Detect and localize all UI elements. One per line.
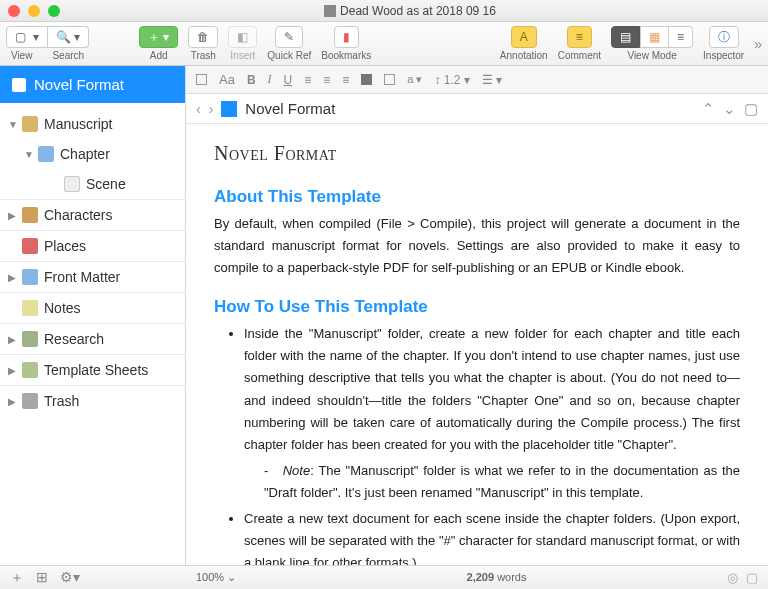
bold-button[interactable]: B [247,73,256,87]
add-button[interactable]: ＋ ▾ [139,26,178,48]
minimize-icon[interactable] [28,5,40,17]
compose-icon[interactable]: ▢ [746,570,758,585]
novel-icon [12,78,26,92]
binder-item-research[interactable]: ▶Research [0,323,185,354]
line-spacing-button[interactable]: ↕ 1.2 ▾ [434,73,469,87]
disclosure-closed-icon: ▶ [8,210,16,221]
title-bar: Dead Wood as at 2018 09 16 [0,0,768,22]
align-center-button[interactable]: ≡ [323,73,330,87]
binder-header[interactable]: Novel Format [0,66,185,103]
add-doc-icon[interactable]: ＋ [10,569,24,587]
binder-item-places[interactable]: Places [0,230,185,261]
main-toolbar: ▢▾ 🔍▾ ViewSearch ＋ ▾Add 🗑Trash ◧Insert ✎… [0,22,768,66]
fullscreen-icon[interactable] [48,5,60,17]
overflow-icon[interactable]: » [754,36,762,52]
format-bar: Aa B I U ≡ ≡ ≡ a ▾ ↕ 1.2 ▾ ☰ ▾ [186,66,768,94]
align-justify-button[interactable] [361,74,372,85]
gear-icon[interactable]: ⚙︎▾ [60,569,80,587]
add-folder-icon[interactable]: ⊞ [36,569,48,587]
italic-button[interactable]: I [268,72,272,87]
word-count[interactable]: 2,209 words [266,571,727,584]
list-item: Create a new text document for each scen… [244,508,740,565]
list-button[interactable]: ☰ ▾ [482,73,502,87]
no-style-button[interactable] [196,74,207,85]
underline-button[interactable]: U [284,73,293,87]
insert-icon: ◧ [237,30,248,44]
characters-icon [22,207,38,223]
view-doc-button[interactable]: ▤ [611,26,640,48]
bookmark-icon: ▮ [343,30,350,44]
disclosure-closed-icon: ▶ [8,396,16,407]
outline-icon: ≡ [677,30,684,44]
heading-howto: How To Use This Template [214,297,740,317]
binder-item-manuscript[interactable]: ▼Manuscript [0,109,185,139]
binder-item-frontmatter[interactable]: ▶Front Matter [0,261,185,292]
crumb-title: Novel Format [245,100,335,117]
folder-icon [38,146,54,162]
binder-sidebar: Novel Format ▼Manuscript ▼Chapter Scene … [0,66,186,565]
list-item: Inside the "Manuscript" folder, create a… [244,323,740,504]
view-cork-button[interactable]: ▦ [640,26,669,48]
comment-button[interactable]: ≡ [567,26,592,48]
doc-title: Novel Format [214,142,740,165]
howto-list: Inside the "Manuscript" folder, create a… [214,323,740,565]
editor-content[interactable]: Novel Format About This Template By defa… [186,124,768,565]
inspector-button[interactable]: ⓘ [709,26,739,48]
binder-item-scene[interactable]: Scene [0,169,185,199]
binder-item-trash[interactable]: ▶Trash [0,385,185,416]
view-button[interactable]: ▢▾ [6,26,48,48]
document-view-icon: ▤ [620,30,631,44]
window-controls [8,5,60,17]
binder-item-notes[interactable]: Notes [0,292,185,323]
window-title: Dead Wood as at 2018 09 16 [60,4,760,18]
disclosure-closed-icon: ▶ [8,365,16,376]
zoom-control[interactable]: 100% ⌄ [196,571,266,584]
quickref-button[interactable]: ✎ [275,26,303,48]
trash-button[interactable]: 🗑 [188,26,218,48]
nav-up-icon[interactable]: ⌃ [702,100,715,118]
document-icon [324,5,336,17]
font-size-button[interactable]: Aa [219,72,235,87]
trash-icon: 🗑 [197,30,209,44]
disclosure-open-icon: ▼ [24,149,32,160]
align-left-button[interactable]: ≡ [304,73,311,87]
search-icon: 🔍 [56,30,70,44]
nav-fwd-icon[interactable]: › [209,101,214,117]
quickref-icon: ✎ [284,30,294,44]
view-outline-button[interactable]: ≡ [669,26,693,48]
text-color-button[interactable] [384,74,395,85]
disclosure-closed-icon: ▶ [8,334,16,345]
trash-icon [22,393,38,409]
folder-icon [22,269,38,285]
bookmarks-button[interactable]: ▮ [334,26,359,48]
binder-item-templates[interactable]: ▶Template Sheets [0,354,185,385]
para-about: By default, when compiled (File > Compil… [214,213,740,279]
align-right-button[interactable]: ≡ [342,73,349,87]
viewmode-group: ▤ ▦ ≡ View Mode [611,26,693,61]
pin-icon [22,238,38,254]
nav-down-icon[interactable]: ⌄ [723,100,736,118]
view-group: ▢▾ 🔍▾ ViewSearch [6,26,89,61]
heading-about: About This Template [214,187,740,207]
split-icon[interactable]: ▢ [744,100,758,118]
binder-item-chapter[interactable]: ▼Chapter [0,139,185,169]
disclosure-open-icon: ▼ [8,119,16,130]
sidebar-icon: ▢ [15,30,29,44]
corkboard-icon: ▦ [649,30,660,44]
close-icon[interactable] [8,5,20,17]
target-icon[interactable]: ◎ [727,570,738,585]
binder-item-characters[interactable]: ▶Characters [0,199,185,230]
breadcrumb: ‹ › Novel Format ⌃ ⌄ ▢ [186,94,768,124]
annotation-button[interactable]: A [511,26,537,48]
novel-icon [221,101,237,117]
page-icon [64,176,80,192]
highlight-button[interactable]: a ▾ [407,73,422,86]
nav-back-icon[interactable]: ‹ [196,101,201,117]
insert-button: ◧ [228,26,257,48]
notes-icon [22,300,38,316]
disclosure-closed-icon: ▶ [8,272,16,283]
book-icon [22,116,38,132]
status-bar: ＋ ⊞ ⚙︎▾ 100% ⌄ 2,209 words ◎ ▢ [0,565,768,589]
template-icon [22,362,38,378]
search-button[interactable]: 🔍▾ [48,26,89,48]
